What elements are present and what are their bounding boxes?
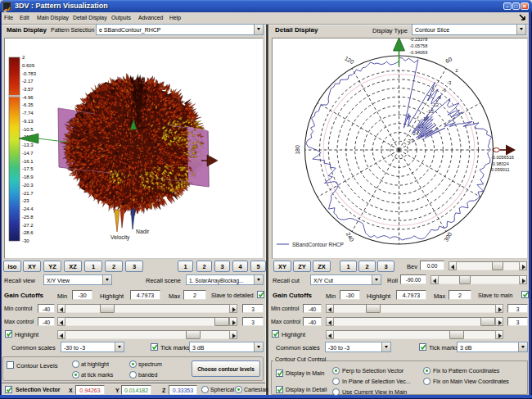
svg-text:-28.6: -28.6 [22, 230, 34, 235]
svg-text:-13.3: -13.3 [22, 143, 34, 147]
svg-text:0.609: 0.609 [22, 63, 35, 68]
svg-text:-27: -27 [406, 138, 413, 143]
svg-text:-16.1: -16.1 [22, 159, 34, 164]
svg-text:-0.98324: -0.98324 [491, 161, 509, 166]
svg-text:-3: -3 [447, 80, 452, 85]
svg-text:-25.8: -25.8 [22, 215, 34, 220]
svg-text:-2.17: -2.17 [22, 79, 34, 84]
svg-text:60: 60 [444, 56, 453, 64]
svg-text:Nadir: Nadir [136, 229, 150, 234]
svg-text:-0.05758: -0.05758 [410, 43, 428, 48]
svg-text:-9.13: -9.13 [22, 119, 34, 124]
svg-text:-6: -6 [442, 88, 447, 93]
svg-text:-30: -30 [22, 238, 29, 243]
svg-text:2: 2 [22, 55, 25, 60]
svg-text:-0.0056516: -0.0056516 [491, 155, 514, 160]
svg-text:2: 2 [455, 68, 458, 73]
svg-text:180: 180 [295, 145, 300, 155]
svg-text:-23: -23 [22, 198, 29, 203]
svg-text:300: 300 [443, 231, 453, 243]
svg-text:-3.57: -3.57 [22, 87, 34, 92]
svg-text:-0.23378: -0.23378 [410, 37, 428, 42]
svg-text:-0.94069: -0.94069 [410, 50, 428, 55]
svg-text:0.059011: 0.059011 [491, 167, 510, 172]
svg-text:-24.4: -24.4 [22, 206, 34, 211]
svg-text:SBandContour RHCP: SBandContour RHCP [292, 242, 344, 247]
svg-text:-17.5: -17.5 [22, 166, 34, 171]
svg-text:-20.3: -20.3 [22, 183, 34, 188]
svg-text:240: 240 [345, 231, 355, 243]
svg-text:-27.2: -27.2 [22, 223, 34, 228]
svg-text:Velocity: Velocity [110, 234, 130, 241]
svg-text:-4.96: -4.96 [22, 95, 34, 100]
svg-text:-14.7: -14.7 [22, 151, 34, 156]
svg-text:-6.35: -6.35 [22, 102, 34, 107]
svg-text:-0.783: -0.783 [22, 71, 37, 76]
svg-text:120: 120 [344, 55, 355, 65]
svg-text:-21.7: -21.7 [22, 191, 34, 196]
svg-text:-10.5: -10.5 [22, 127, 34, 132]
svg-text:-18.9: -18.9 [22, 175, 34, 179]
svg-text:-7.74: -7.74 [22, 111, 34, 116]
